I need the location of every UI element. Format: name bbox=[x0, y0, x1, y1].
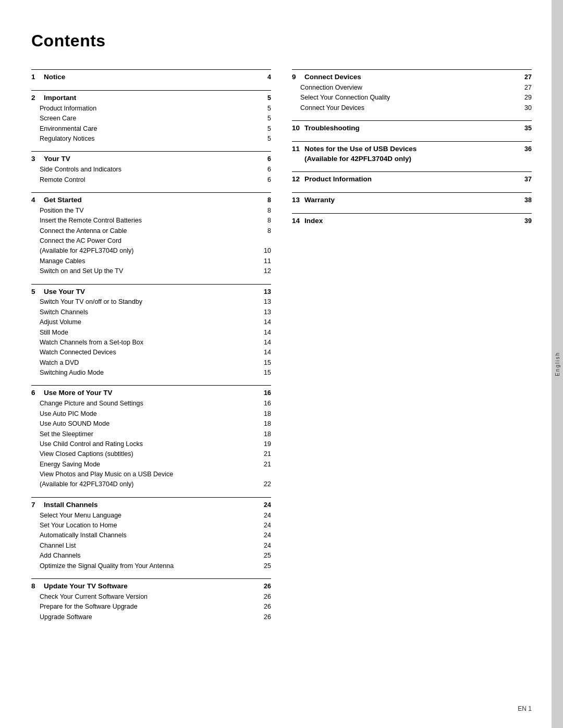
toc-sub-page: 21 bbox=[259, 449, 271, 459]
toc-sub-label: Set Your Location to Home bbox=[40, 521, 259, 530]
toc-sub-item: View Photos and Play Music on a USB Devi… bbox=[31, 470, 271, 479]
toc-sub-page: 18 bbox=[259, 429, 271, 439]
toc-sub-label: Insert the Remote Control Batteries bbox=[40, 216, 259, 226]
toc-sub-page: 27 bbox=[519, 83, 532, 93]
toc-sub-page: 18 bbox=[259, 409, 271, 419]
toc-sub-label: View Photos and Play Music on a USB Devi… bbox=[40, 470, 259, 479]
toc-section-page: 4 bbox=[259, 72, 271, 82]
toc-sub-page: 24 bbox=[259, 521, 271, 530]
toc-sub-page: 25 bbox=[259, 561, 271, 571]
toc-sub-label: Use Child Control and Rating Locks bbox=[40, 439, 259, 449]
toc-section-header: 3Your TV6 bbox=[31, 154, 271, 165]
toc-section-header: 6Use More of Your TV16 bbox=[31, 388, 271, 399]
toc-sub-page: 12 bbox=[259, 266, 271, 276]
toc-section-header: 7Install Channels24 bbox=[31, 500, 271, 511]
toc-section-header: 11Notes for the Use of USB Devices(Avail… bbox=[292, 144, 532, 164]
toc-sub-label: Switch Your TV on/off or to Standby bbox=[40, 297, 259, 307]
toc-section-header: 9Connect Devices27 bbox=[292, 72, 532, 83]
toc-section-title: Index bbox=[304, 216, 519, 227]
toc-section-header: 2Important5 bbox=[31, 93, 271, 104]
toc-divider bbox=[292, 171, 532, 172]
toc-sub-label: Manage Cables bbox=[40, 256, 259, 266]
toc-divider bbox=[31, 385, 271, 386]
language-tab: English bbox=[552, 0, 563, 728]
toc-sub-page: 22 bbox=[259, 479, 271, 489]
toc-divider bbox=[31, 578, 271, 579]
toc-sub-item: (Available for 42PFL3704D only)22 bbox=[31, 479, 271, 489]
toc-section-header: 4Get Started8 bbox=[31, 195, 271, 206]
toc-sub-item: Adjust Volume14 bbox=[31, 317, 271, 327]
toc-section-number: 7 bbox=[31, 500, 41, 511]
toc-section-page: 39 bbox=[519, 216, 532, 226]
toc-section-header: 14Index39 bbox=[292, 216, 532, 227]
toc-sub-label: Screen Care bbox=[40, 114, 259, 124]
toc-sub-page: 14 bbox=[259, 348, 271, 357]
language-tab-label: English bbox=[555, 352, 560, 376]
toc-section-number: 14 bbox=[292, 216, 301, 227]
page: Contents 1Notice42Important5Product Info… bbox=[0, 0, 563, 728]
toc-sub-page: 6 bbox=[259, 175, 271, 185]
toc-section-title: Notice bbox=[44, 72, 259, 83]
toc-sub-item: Connect the Antenna or Cable8 bbox=[31, 226, 271, 236]
toc-sub-item: Insert the Remote Control Batteries8 bbox=[31, 216, 271, 226]
toc-sub-item: Manage Cables11 bbox=[31, 256, 271, 266]
toc-sub-item: Set the Sleeptimer18 bbox=[31, 429, 271, 439]
toc-sub-label: Regulatory Notices bbox=[40, 134, 259, 144]
toc-sub-item: (Available for 42PFL3704D only)10 bbox=[31, 246, 271, 256]
toc-sub-item: Side Controls and Indicators6 bbox=[31, 165, 271, 175]
toc-sub-label: Optimize the Signal Quality from Your An… bbox=[40, 561, 259, 571]
toc-divider bbox=[31, 151, 271, 152]
toc-sub-label: Select Your Menu Language bbox=[40, 511, 259, 521]
toc-sub-label: Check Your Current Software Version bbox=[40, 592, 259, 602]
toc-sub-label: Add Channels bbox=[40, 551, 259, 561]
toc-sub-page: 15 bbox=[259, 368, 271, 378]
toc-section-number: 9 bbox=[292, 72, 301, 83]
toc-section-number: 1 bbox=[31, 72, 41, 83]
toc-sub-item: Connect the AC Power Cord bbox=[31, 236, 271, 246]
toc-section-header: 13Warranty38 bbox=[292, 195, 532, 206]
toc-sub-page: 30 bbox=[519, 103, 532, 113]
toc-sub-page: 8 bbox=[259, 206, 271, 216]
toc-sub-page: 11 bbox=[259, 256, 271, 266]
toc-sub-item: Watch a DVD15 bbox=[31, 358, 271, 368]
toc-sub-page: 29 bbox=[519, 93, 532, 103]
toc-section-title: Warranty bbox=[304, 195, 519, 206]
toc-sub-label: Watch Connected Devices bbox=[40, 348, 259, 357]
toc-section-title: Notes for the Use of USB Devices(Availab… bbox=[304, 144, 519, 164]
toc-sub-label: Select Your Connection Quality bbox=[300, 93, 519, 103]
toc-sub-page: 26 bbox=[259, 592, 271, 602]
toc-sub-item: Regulatory Notices5 bbox=[31, 134, 271, 144]
toc-sub-page: 5 bbox=[259, 104, 271, 114]
toc-sub-label: Connection Overview bbox=[300, 83, 519, 93]
toc-divider bbox=[292, 120, 532, 121]
toc-section-number: 8 bbox=[31, 581, 41, 592]
toc-sub-item: Use Auto PIC Mode18 bbox=[31, 409, 271, 419]
toc-section-page: 8 bbox=[259, 195, 271, 205]
toc-sub-page: 13 bbox=[259, 307, 271, 317]
toc-divider bbox=[31, 192, 271, 193]
toc-sub-label: Watch Channels from a Set-top Box bbox=[40, 338, 259, 348]
toc-section-header: 1Notice4 bbox=[31, 72, 271, 83]
toc-sub-label: Automatically Install Channels bbox=[40, 530, 259, 540]
toc-divider bbox=[31, 90, 271, 91]
toc-section-page: 38 bbox=[519, 195, 532, 205]
toc-section-page: 5 bbox=[259, 93, 271, 103]
toc-divider bbox=[292, 141, 532, 142]
right-column: 9Connect Devices27Connection Overview27S… bbox=[292, 66, 532, 626]
toc-sub-item: Change Picture and Sound Settings16 bbox=[31, 399, 271, 409]
toc-sub-page: 15 bbox=[259, 358, 271, 368]
toc-sub-page: 18 bbox=[259, 419, 271, 429]
toc-sub-label: Environmental Care bbox=[40, 124, 259, 134]
toc-section-page: 24 bbox=[259, 500, 271, 510]
toc-sub-label: Switch on and Set Up the TV bbox=[40, 266, 259, 276]
toc-section-page: 16 bbox=[259, 388, 271, 398]
toc-section-page: 27 bbox=[519, 72, 532, 82]
toc-sub-item: Switch Your TV on/off or to Standby13 bbox=[31, 297, 271, 307]
toc-section-number: 13 bbox=[292, 195, 301, 206]
toc-section-number: 11 bbox=[292, 144, 301, 155]
toc-section-title: Install Channels bbox=[44, 500, 259, 511]
toc-section-title: Use More of Your TV bbox=[44, 388, 259, 399]
toc-sub-item: Use Child Control and Rating Locks19 bbox=[31, 439, 271, 449]
toc-sub-label: Connect the AC Power Cord bbox=[40, 236, 259, 246]
toc-sub-page: 6 bbox=[259, 165, 271, 175]
